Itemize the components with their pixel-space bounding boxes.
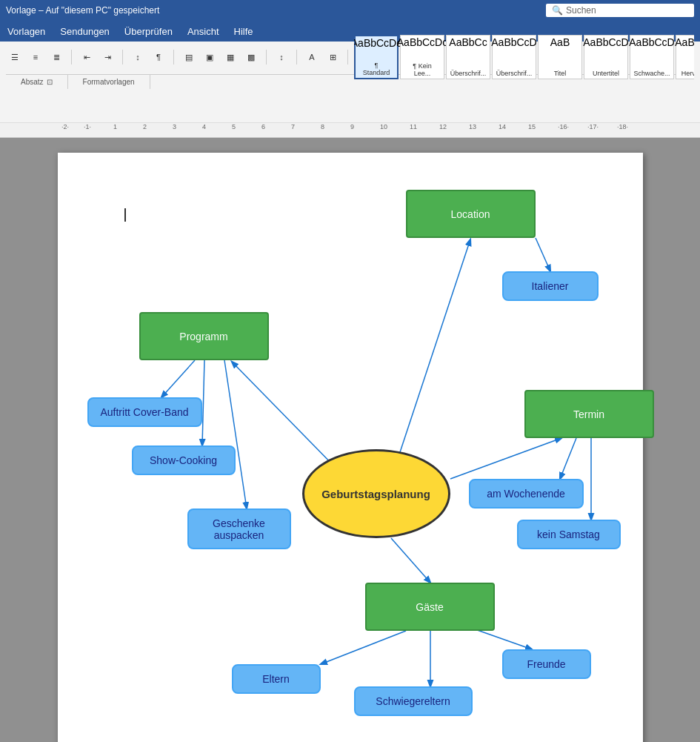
divider3 — [173, 50, 174, 64]
node-gaeste: Gäste — [365, 583, 495, 631]
ribbon-row1: ☰ ≡ ≣ ⇤ ⇥ ↕ ¶ ▤ ▣ ▦ ▩ ↕ A ⊞ AaBbCcDc¶ St… — [6, 44, 694, 71]
node-eltern: Eltern — [232, 664, 321, 694]
svg-line-0 — [399, 239, 470, 457]
list-bullet-btn[interactable]: ☰ — [6, 49, 24, 65]
doc-page: Geburtstagsplanung Location Italiener Pr… — [58, 153, 643, 742]
menu-sendungen[interactable]: Sendungen — [53, 23, 117, 40]
divider1 — [71, 50, 72, 64]
node-am-wochenende: am Wochenende — [469, 479, 584, 509]
style-btn-0[interactable]: AaBbCcDc¶ Standard — [354, 35, 399, 79]
divider6 — [347, 50, 348, 64]
style-btn-6[interactable]: AaBbCcDSchwache... — [630, 35, 674, 79]
style-btn-4[interactable]: AaBTitel — [538, 35, 582, 79]
node-geschenke: Geschenke auspacken — [187, 509, 291, 549]
center-node: Geburtstagsplanung — [302, 449, 450, 538]
search-placeholder: Suchen — [566, 5, 596, 16]
ruler-marks: ·2· ·1· 1 2 3 4 5 6 7 8 9 10 11 12 13 14… — [6, 123, 694, 137]
svg-line-1 — [232, 362, 339, 471]
style-btn-1[interactable]: AaBbCcDc¶ Kein Lee... — [400, 35, 444, 79]
style-btn-5[interactable]: AaBbCcDUntertitel — [584, 35, 628, 79]
node-termin: Termin — [524, 390, 654, 438]
search-icon: 🔍 — [552, 5, 563, 16]
styles-area: AaBbCcDc¶ StandardAaBbCcDc¶ Kein Lee...A… — [354, 31, 694, 83]
list-num-btn[interactable]: ≡ — [27, 49, 44, 65]
svg-line-8 — [321, 631, 406, 664]
title-bar: Vorlage – Auf "diesem PC" gespeichert 🔍 … — [0, 0, 700, 21]
style-btn-2[interactable]: AaBbCcÜberschrif... — [446, 35, 490, 79]
menu-hilfe[interactable]: Hilfe — [227, 23, 261, 40]
pilcrow-btn[interactable]: ¶ — [150, 49, 167, 65]
node-show-cooking: Show-Cooking — [132, 445, 236, 475]
divider4 — [266, 50, 267, 64]
svg-line-7 — [224, 360, 247, 509]
search-box[interactable]: 🔍 Suchen — [546, 4, 694, 17]
node-location: Location — [406, 190, 536, 238]
line-spacing-btn[interactable]: ↕ — [273, 49, 290, 65]
title-text: Vorlage – Auf "diesem PC" gespeichert — [6, 5, 546, 16]
menu-ansicht[interactable]: Ansicht — [180, 23, 227, 40]
node-schwiegereltern: Schwiegereltern — [354, 686, 473, 716]
node-kein-samstag: kein Samstag — [517, 520, 621, 549]
ruler: ·2· ·1· 1 2 3 4 5 6 7 8 9 10 11 12 13 14… — [0, 123, 700, 138]
ribbon: ☰ ≡ ≣ ⇤ ⇥ ↕ ¶ ▤ ▣ ▦ ▩ ↕ A ⊞ AaBbCcDc¶ St… — [0, 42, 700, 123]
svg-line-4 — [536, 238, 550, 271]
absatz-label: Absatz ⊡ — [6, 75, 68, 89]
style-btn-7[interactable]: AaBbCcDHervorhe... — [676, 35, 694, 79]
style-btn-3[interactable]: AaBbCcDÜberschrif... — [492, 35, 536, 79]
svg-line-2 — [391, 538, 430, 583]
align-justify-btn[interactable]: ▩ — [242, 49, 260, 65]
svg-line-5 — [161, 360, 195, 397]
align-right-btn[interactable]: ▦ — [221, 49, 239, 65]
align-center-btn[interactable]: ▣ — [201, 49, 219, 65]
svg-line-11 — [560, 438, 576, 479]
sort-btn[interactable]: ↕ — [129, 49, 147, 65]
list-multi-btn[interactable]: ≣ — [47, 49, 65, 65]
divider5 — [296, 50, 297, 64]
highlight-btn[interactable]: A — [303, 49, 321, 65]
indent-decrease-btn[interactable]: ⇤ — [78, 49, 96, 65]
menu-vorlagen[interactable]: Vorlagen — [0, 23, 53, 40]
svg-line-6 — [202, 360, 204, 445]
node-cover-band: Auftritt Cover-Band — [87, 397, 202, 427]
node-italiener: Italiener — [502, 271, 599, 301]
borders-btn[interactable]: ⊞ — [324, 49, 341, 65]
expand-icon[interactable]: ⊡ — [47, 78, 53, 86]
node-freunde: Freunde — [502, 649, 591, 679]
divider2 — [122, 50, 123, 64]
node-programm: Programm — [139, 312, 269, 360]
doc-area: Geburtstagsplanung Location Italiener Pr… — [0, 138, 700, 742]
menu-ueberpruefen[interactable]: Überprüfen — [117, 23, 180, 40]
mindmap-container: Geburtstagsplanung Location Italiener Pr… — [73, 168, 628, 742]
svg-line-3 — [450, 438, 561, 479]
indent-increase-btn[interactable]: ⇥ — [99, 49, 116, 65]
align-left-btn[interactable]: ▤ — [180, 49, 198, 65]
formatvorlagen-label: Formatvorlagen — [68, 75, 150, 89]
